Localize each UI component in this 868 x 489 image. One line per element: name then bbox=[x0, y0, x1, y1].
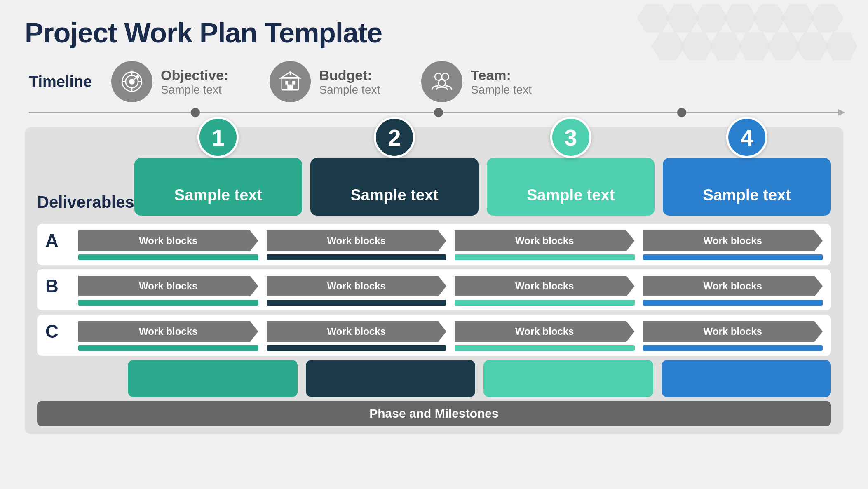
work-block-arrow-b3: Work blocks bbox=[455, 276, 635, 296]
work-block-text-a4: Work blocks bbox=[704, 235, 762, 247]
phase-1-card: Sample text bbox=[134, 158, 303, 216]
team-subtitle: Sample text bbox=[471, 83, 532, 96]
work-block-c2: Work blocks bbox=[267, 321, 447, 342]
work-block-text-c1: Work blocks bbox=[139, 326, 197, 337]
phase-2-circle: 2 bbox=[374, 117, 415, 158]
work-block-text-a3: Work blocks bbox=[515, 235, 574, 247]
svg-point-31 bbox=[439, 80, 446, 87]
timeline-item-team: Team: Sample text bbox=[421, 61, 532, 102]
bottom-card-2 bbox=[306, 360, 476, 397]
svg-marker-5 bbox=[781, 4, 814, 32]
color-bars-row-a bbox=[78, 254, 823, 265]
bottom-cards-row bbox=[128, 360, 831, 397]
row-section-c: C Work blocks Work blocks Wor bbox=[37, 315, 831, 356]
building-icon bbox=[279, 71, 301, 93]
team-text: Team: Sample text bbox=[471, 67, 532, 96]
phase-3-number: 3 bbox=[564, 124, 577, 151]
work-block-c4: Work blocks bbox=[643, 321, 823, 342]
work-block-arrow-b2: Work blocks bbox=[267, 276, 447, 296]
work-blocks-row-c: Work blocks Work blocks Work blocks bbox=[78, 321, 823, 342]
svg-rect-25 bbox=[292, 81, 295, 84]
phase-2-card: Sample text bbox=[310, 158, 479, 216]
work-block-text-b1: Work blocks bbox=[139, 280, 197, 292]
color-bar-c2 bbox=[267, 345, 447, 351]
work-block-arrow-c3: Work blocks bbox=[455, 321, 635, 342]
main-content: Deliverables 1 Sample text 2 bbox=[25, 127, 843, 434]
work-block-b3: Work blocks bbox=[455, 276, 635, 296]
people-icon bbox=[431, 71, 453, 93]
budget-subtitle: Sample text bbox=[319, 83, 380, 96]
work-block-text-b3: Work blocks bbox=[515, 280, 574, 292]
phase-4-circle: 4 bbox=[726, 117, 767, 158]
phase-columns: 1 Sample text 2 Sample text bbox=[134, 139, 831, 216]
phase-4-text: Sample text bbox=[703, 186, 791, 204]
work-row-a: A Work blocks Work blocks Wor bbox=[45, 230, 823, 254]
team-title: Team: bbox=[471, 67, 532, 83]
timeline-label: Timeline bbox=[29, 73, 95, 91]
team-icon-circle bbox=[421, 61, 462, 102]
svg-marker-11 bbox=[767, 32, 800, 60]
work-block-arrow-c4: Work blocks bbox=[643, 321, 823, 342]
svg-marker-12 bbox=[796, 32, 829, 60]
work-block-b1: Work blocks bbox=[78, 276, 258, 296]
work-block-b4: Work blocks bbox=[643, 276, 823, 296]
work-block-text-b4: Work blocks bbox=[704, 280, 762, 292]
phase-4-number: 4 bbox=[741, 124, 753, 151]
work-block-arrow-b1: Work blocks bbox=[78, 276, 258, 296]
color-bar-c4 bbox=[643, 345, 823, 351]
work-block-arrow-a3: Work blocks bbox=[455, 230, 635, 251]
work-block-arrow-c2: Work blocks bbox=[267, 321, 447, 342]
timeline-dot-3 bbox=[677, 108, 686, 117]
work-block-arrow-c1: Work blocks bbox=[78, 321, 258, 342]
phase-col-3: 3 Sample text bbox=[487, 139, 655, 216]
work-block-text-c4: Work blocks bbox=[704, 326, 762, 337]
work-block-text-c3: Work blocks bbox=[515, 326, 574, 337]
color-bar-b1 bbox=[78, 300, 258, 306]
svg-rect-24 bbox=[286, 81, 289, 84]
work-block-text-a1: Work blocks bbox=[139, 235, 197, 247]
phase-col-2: 2 Sample text bbox=[310, 139, 479, 216]
color-bar-c1 bbox=[78, 345, 258, 351]
svg-marker-2 bbox=[695, 4, 728, 32]
work-block-text-c2: Work blocks bbox=[327, 326, 386, 337]
row-section-b: B Work blocks Work blocks Wor bbox=[37, 269, 831, 310]
work-block-a4: Work blocks bbox=[643, 230, 823, 251]
deliverables-label: Deliverables bbox=[37, 193, 134, 216]
color-bar-a4 bbox=[643, 254, 823, 260]
work-block-b2: Work blocks bbox=[267, 276, 447, 296]
work-block-a1: Work blocks bbox=[78, 230, 258, 251]
work-block-arrow-a2: Work blocks bbox=[267, 230, 447, 251]
milestones-bar: Phase and Milestones bbox=[37, 401, 831, 426]
svg-marker-6 bbox=[810, 4, 843, 32]
phase-4-card: Sample text bbox=[663, 158, 831, 216]
svg-line-21 bbox=[134, 77, 137, 80]
svg-marker-7 bbox=[652, 32, 685, 60]
phase-1-text: Sample text bbox=[174, 186, 262, 204]
svg-marker-13 bbox=[825, 32, 858, 60]
phase-1-circle: 1 bbox=[197, 117, 239, 158]
target-icon bbox=[121, 71, 143, 93]
work-block-text-b2: Work blocks bbox=[327, 280, 386, 292]
timeline-line-container bbox=[25, 106, 843, 119]
work-block-arrow-a4: Work blocks bbox=[643, 230, 823, 251]
timeline-item-budget: Budget: Sample text bbox=[270, 61, 380, 102]
objective-icon-circle bbox=[111, 61, 152, 102]
color-bar-c3 bbox=[455, 345, 635, 351]
phase-1-number: 1 bbox=[212, 124, 225, 151]
color-bars-row-c bbox=[78, 345, 823, 356]
row-c-label: C bbox=[45, 321, 78, 342]
milestones-text: Phase and Milestones bbox=[369, 407, 498, 421]
svg-marker-9 bbox=[709, 32, 742, 60]
color-bar-b2 bbox=[267, 300, 447, 306]
hex-pattern bbox=[621, 0, 868, 82]
objective-text: Objective: Sample text bbox=[161, 67, 228, 96]
color-bar-a1 bbox=[78, 254, 258, 260]
bottom-card-1 bbox=[128, 360, 298, 397]
svg-rect-26 bbox=[288, 85, 293, 90]
bottom-card-4 bbox=[662, 360, 831, 397]
svg-marker-10 bbox=[738, 32, 771, 60]
color-bar-b3 bbox=[455, 300, 635, 306]
budget-text: Budget: Sample text bbox=[319, 67, 380, 96]
timeline-item-objective: Objective: Sample text bbox=[111, 61, 228, 102]
work-block-a3: Work blocks bbox=[455, 230, 635, 251]
